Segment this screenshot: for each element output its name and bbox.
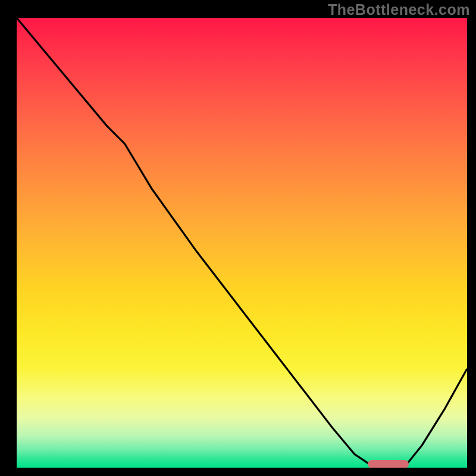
watermark-text: TheBottleneck.com: [328, 1, 470, 18]
bottleneck-curve: [17, 18, 467, 468]
chart-frame: TheBottleneck.com: [0, 0, 476, 476]
curve-path: [17, 18, 467, 468]
plot-area: [17, 18, 467, 468]
optimal-range-marker: [368, 460, 408, 468]
